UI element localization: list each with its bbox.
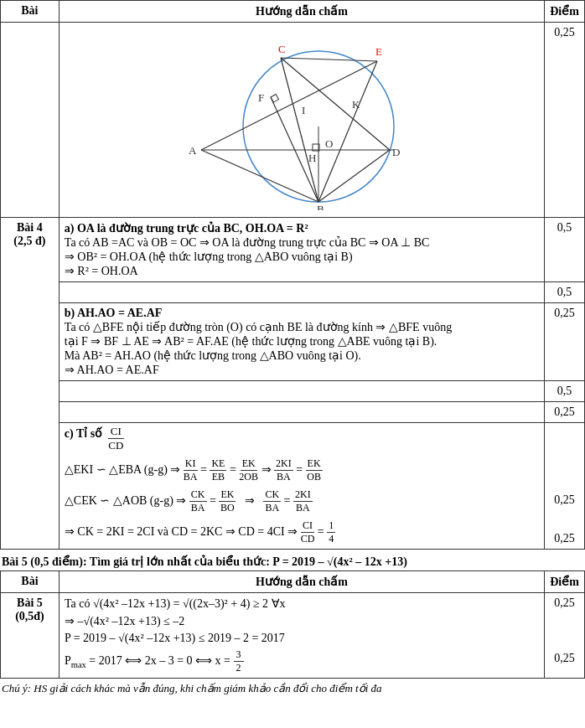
score-diagram: 0,25 <box>544 23 584 218</box>
part-c-line3: ⇒ CK = 2KI = 2CI và CD = 2KC ⇒ CD = 4CI … <box>65 519 539 545</box>
note-line: Chú ý: HS giải cách khác mà vẫn đúng, kh… <box>0 679 585 699</box>
part-a-line1: Ta có AB =AC và OB = OC ⇒ OA là đường tr… <box>65 235 539 250</box>
part-a-score-row <box>59 282 544 303</box>
bai5-line1: Ta có √(4x² –12x +13) = √((2x–3)² + 4) ≥… <box>65 596 539 611</box>
part-b-score-row2 <box>59 381 544 402</box>
col2-header-huongdan: Hướng dẫn chấm <box>59 571 544 593</box>
score-b3: 0,25 <box>544 402 584 423</box>
score-b2: 0,5 <box>544 381 584 402</box>
svg-line-7 <box>281 58 390 150</box>
part-a-content: a) OA là đường trung trực của BC, OH.OA … <box>59 218 544 282</box>
label-C: C <box>278 43 286 55</box>
bai5-line2: ⇒ –√(4x² –12x +13) ≤ –2 <box>65 614 539 628</box>
part-b-line3: Mà AB² = AH.AO (hệ thức lượng trong △ABO… <box>65 349 539 363</box>
bai4-table: Bài Hướng dẫn chấm Điểm <box>0 0 585 550</box>
svg-line-6 <box>281 58 377 61</box>
part-c-line2: △CEK ∽ △AOB (g-g) ⇒ CK BA = EK BO ⇒ CK B… <box>65 488 539 514</box>
score-b1: 0,25 <box>544 303 584 381</box>
bai5-content: Ta có √(4x² –12x +13) = √((2x–3)² + 4) ≥… <box>59 593 544 679</box>
label-D: D <box>392 146 400 158</box>
col-header-bai: Bài <box>1 1 60 23</box>
part-b-line1: Ta có △BFE nội tiếp đường tròn (O) có cạ… <box>65 320 539 334</box>
label-F: F <box>258 91 264 104</box>
score-c-combined: 0,25 0,25 <box>544 423 584 550</box>
label-H: H <box>308 152 316 164</box>
bai5-header: Bài 5 (0,5 điểm): Tìm giá trị lớn nhất c… <box>0 550 585 571</box>
part-c-line1: △EKI ∽ △EBA (g-g) ⇒ KI BA = KE EB = EK 2… <box>65 457 539 483</box>
part-b-title: b) AH.AO = AE.AF <box>65 307 539 320</box>
col2-header-diem: Điểm <box>544 571 584 593</box>
part-b-score-row3 <box>59 402 544 423</box>
col-header-huongdan: Hướng dẫn chấm <box>59 1 544 23</box>
label-O: O <box>325 137 333 150</box>
col-header-diem: Điểm <box>544 1 584 23</box>
bai5-label: Bài 5 (0,5đ) <box>1 593 60 679</box>
part-c-label: c) Tỉ số <box>65 426 102 441</box>
part-a-line3: ⇒ R² = OH.OA <box>65 264 539 278</box>
score-a2: 0,5 <box>544 282 584 303</box>
bai5-scores: 0,25 0,25 <box>544 593 584 679</box>
label-B: B <box>317 203 324 210</box>
pmax-sub: max <box>71 660 86 669</box>
score-a1: 0,5 <box>544 218 584 282</box>
bai5-line4: Pmax = 2017 ⟺ 2x – 3 = 0 ⟺ x = 3 2 <box>65 648 539 674</box>
bai5-table: Bài Hướng dẫn chấm Điểm Bài 5 (0,5đ) Ta … <box>0 571 585 679</box>
part-a-line2: ⇒ OB² = OH.OA (hệ thức lượng trong △ABO … <box>65 250 539 264</box>
bai5-line3: P = 2019 – √(4x² –12x +13) ≤ 2019 – 2 = … <box>65 632 539 645</box>
geometry-diagram: C E D A B O H F I <box>134 26 469 210</box>
part-c-fraction: CI CD <box>106 425 126 452</box>
diagram-bai-cell <box>1 23 60 218</box>
part-b-line4: ⇒ AH.AO = AE.AF <box>65 363 539 377</box>
label-A: A <box>189 144 197 157</box>
part-c-content: c) Tỉ số CI CD △EKI ∽ △EBA (g-g) ⇒ KI BA… <box>59 423 544 550</box>
part-b-content: b) AH.AO = AE.AF Ta có △BFE nội tiếp đườ… <box>59 303 544 381</box>
label-K: K <box>352 98 360 111</box>
col2-header-bai: Bài <box>1 571 60 593</box>
svg-line-4 <box>281 58 318 202</box>
label-I: I <box>302 104 305 116</box>
part-b-line2: tại F ⇒ BF ⊥ AE ⇒ AB² = AF.AE (hệ thức l… <box>65 334 539 349</box>
svg-rect-12 <box>271 95 279 103</box>
diagram-cell: C E D A B O H F I <box>59 23 544 218</box>
bai4-label: Bài 4 (2,5 đ) <box>1 218 60 550</box>
part-a-title: a) OA là đường trung trực của BC, OH.OA … <box>65 221 539 235</box>
svg-line-1 <box>201 150 318 202</box>
label-E: E <box>375 45 382 58</box>
